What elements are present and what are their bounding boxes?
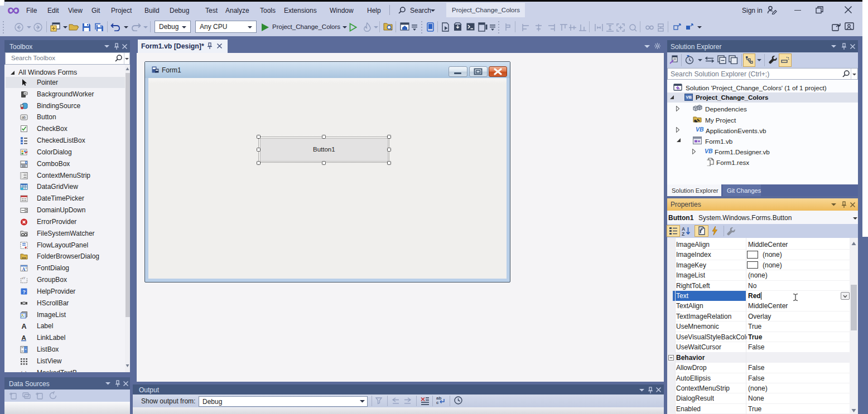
svg-text:A: A [22,323,27,330]
svg-text:A: A [22,334,26,341]
svg-text:A: A [22,267,26,272]
svg-text:c: c [436,400,439,405]
svg-text:ab: ab [22,115,26,119]
svg-text:Z: Z [682,231,684,236]
svg-text:xY: xY [22,276,26,280]
svg-text:?: ? [22,289,26,295]
